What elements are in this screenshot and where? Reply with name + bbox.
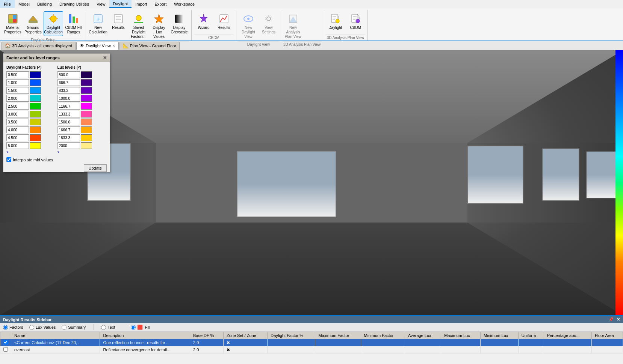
row2-checkbox[interactable] [0, 346, 11, 353]
results-pin-button[interactable]: 📌 [608, 317, 614, 322]
df-input-6[interactable] [6, 111, 29, 117]
saved-daylight-factors-button[interactable]: Saved Daylight Factors... [129, 11, 148, 41]
radio-factors-input[interactable] [3, 325, 8, 330]
lux-input-1[interactable] [57, 71, 80, 78]
lux-input-9[interactable] [57, 134, 80, 141]
cbdm-report-button[interactable]: CBDM [346, 11, 365, 34]
update-button[interactable]: Update [84, 164, 107, 172]
daylight-calculation-button[interactable]: Daylight Calculation [44, 11, 63, 36]
col-header-max-factor[interactable]: Maximum Factor [315, 332, 361, 339]
menu-file[interactable]: File [0, 0, 15, 8]
row1-checkbox[interactable] [0, 339, 11, 346]
radio-summary-input[interactable] [62, 325, 67, 330]
lux-input-4[interactable] [57, 95, 80, 102]
radio-lux-input[interactable] [29, 325, 34, 330]
col-header-uniform[interactable]: Uniform [518, 332, 544, 339]
df-input-1[interactable] [6, 71, 29, 78]
tab-plan-view-icon: 📐 [123, 43, 129, 48]
df-input-4[interactable] [6, 95, 29, 102]
tab-3d-analysis[interactable]: 🏠 3D Analysis - all zones displayed [2, 42, 76, 50]
new-daylight-view-icon [242, 13, 254, 25]
col-header-avg-lux[interactable]: Average Lux [405, 332, 441, 339]
tab-plan-view[interactable]: 📐 Plan View - Ground Floor [119, 42, 180, 50]
col-header-checkbox [0, 332, 11, 339]
tab-daylight-view[interactable]: 👁 Daylight View ✕ [76, 42, 118, 50]
df-swatch-8 [30, 126, 41, 133]
col-header-floor-area[interactable]: Floor Area [591, 332, 623, 339]
panel-title-bar[interactable]: Factor and lux level ranges ✕ [3, 54, 110, 62]
col-header-name[interactable]: Name [11, 332, 100, 339]
view-settings-button[interactable]: View Settings [259, 11, 278, 36]
col-header-min-factor[interactable]: Minimum Factor [361, 332, 405, 339]
interpolate-checkbox[interactable] [6, 157, 11, 162]
lux-more-button[interactable]: > [57, 149, 107, 155]
cbdm-results-button[interactable]: Results [214, 11, 234, 34]
df-input-8[interactable] [6, 126, 29, 133]
material-properties-button[interactable]: Material Properties [3, 11, 23, 36]
lux-input-3[interactable] [57, 87, 80, 94]
col-header-df-pct[interactable]: Daylight Factor % [268, 332, 315, 339]
lux-input-2[interactable] [57, 79, 80, 86]
daylight-report-icon [329, 13, 341, 25]
menu-model[interactable]: Model [15, 0, 33, 8]
display-lux-values-button[interactable]: Display Lux Values [149, 11, 169, 41]
daylight-report-button[interactable]: Daylight [325, 11, 345, 34]
new-analysis-plan-view-button[interactable]: New Analysis Plan View [283, 11, 303, 41]
lux-input-5[interactable] [57, 103, 80, 110]
table-row[interactable]: <Current Calculation> (17 Dec 20,... One… [0, 339, 623, 346]
tab-daylight-view-close[interactable]: ✕ [112, 44, 115, 48]
ribbon-group-cbdm: Wizard Results CBDM [192, 10, 236, 41]
table-row[interactable]: overcast Reflectance convergence for det… [0, 346, 623, 353]
ground-properties-button[interactable]: Ground Properties [23, 11, 43, 36]
col-header-max-lux[interactable]: Maximum Lux [441, 332, 481, 339]
radio-fill-input[interactable] [131, 325, 136, 330]
menu-drawing-utilities[interactable]: Drawing Utilities [56, 0, 93, 8]
cbdm-fill-ranges-button[interactable]: CBDM Fill Ranges [64, 11, 83, 36]
panel-close-button[interactable]: ✕ [103, 55, 107, 60]
menu-workspace[interactable]: Workspace [170, 0, 198, 8]
df-more-button[interactable]: > [6, 149, 56, 155]
df-swatch-9 [30, 134, 41, 141]
col-header-min-lux[interactable]: Minimum Lux [480, 332, 518, 339]
menu-daylight[interactable]: Daylight [109, 0, 132, 8]
svg-rect-13 [76, 18, 78, 23]
lux-input-8[interactable] [57, 126, 80, 133]
menu-import[interactable]: Import [132, 0, 151, 8]
row1-pct-above [544, 339, 591, 346]
col-header-zone-set[interactable]: Zone Set / Zone [223, 332, 267, 339]
ribbon-group-3d-analysis-label: 3D Analysis Plan View [283, 41, 321, 48]
df-input-5[interactable] [6, 103, 29, 110]
wizard-button[interactable]: Wizard [194, 11, 213, 34]
radio-text-input[interactable] [101, 325, 106, 330]
df-input-3[interactable] [6, 87, 29, 94]
new-calculation-button[interactable]: + New Calculation [88, 11, 108, 36]
row2-description: Reflectance convergence for detail... [100, 346, 190, 353]
menu-export[interactable]: Export [151, 0, 171, 8]
lux-input-6[interactable] [57, 111, 80, 117]
new-daylight-view-button[interactable]: New Daylight View [239, 11, 258, 41]
df-input-10[interactable] [6, 142, 29, 149]
df-input-7[interactable] [6, 119, 29, 125]
svg-rect-2 [13, 15, 17, 19]
col-header-pct-above[interactable]: Percentage abo... [544, 332, 591, 339]
results-close-button[interactable]: ✕ [617, 317, 620, 322]
results-button[interactable]: Results [109, 11, 128, 34]
lux-input-10[interactable] [57, 142, 80, 149]
row2-min-factor [361, 346, 405, 353]
row1-floor-area [591, 339, 623, 346]
menu-view[interactable]: View [93, 0, 109, 8]
display-greyscale-button[interactable]: Display Greyscale [169, 11, 189, 36]
toolbar-divider2 [123, 324, 123, 330]
svg-point-42 [356, 19, 360, 23]
menu-building[interactable]: Building [33, 0, 56, 8]
svg-rect-3 [9, 19, 13, 23]
df-input-9[interactable] [6, 134, 29, 141]
display-lux-values-icon [153, 13, 165, 25]
ribbon: Material Properties Ground Properties Da… [0, 8, 623, 41]
row2-avg-lux [405, 346, 441, 353]
toolbar-divider [93, 324, 94, 330]
lux-input-7[interactable] [57, 119, 80, 125]
col-header-description[interactable]: Description [100, 332, 190, 339]
df-input-2[interactable] [6, 79, 29, 86]
col-header-base-df[interactable]: Base DF % [190, 332, 223, 339]
